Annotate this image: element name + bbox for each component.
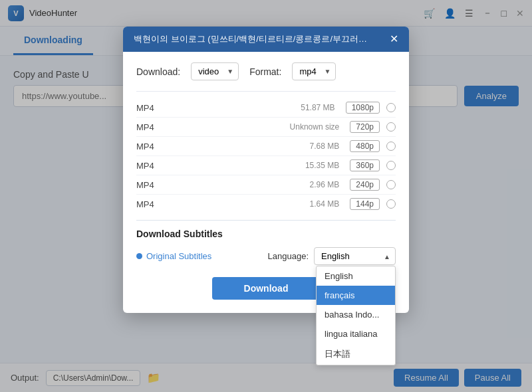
language-select[interactable]: English français bahasa Indo... lingua i… xyxy=(314,247,396,265)
lang-option-francais[interactable]: français xyxy=(317,286,395,305)
original-subtitles-label: Original Subtitles xyxy=(146,251,211,261)
format-radio[interactable] xyxy=(386,199,396,209)
format-type: MP4 xyxy=(136,199,173,209)
format-type: MP4 xyxy=(136,180,173,190)
lang-option-bahasa[interactable]: bahasa Indo... xyxy=(317,305,395,324)
table-row[interactable]: MP4 7.68 MB 480p xyxy=(136,137,396,156)
format-type: MP4 xyxy=(136,142,173,151)
download-type-select[interactable]: video audio xyxy=(191,62,239,80)
lang-option-italiana[interactable]: lingua italiana xyxy=(317,324,395,343)
format-select[interactable]: mp4 mkv xyxy=(292,62,336,80)
format-radio[interactable] xyxy=(386,161,396,170)
table-row[interactable]: MP4 15.35 MB 360p xyxy=(136,156,396,175)
download-button[interactable]: Download xyxy=(212,277,321,300)
format-resolution: 360p xyxy=(350,159,380,171)
language-label: Language: xyxy=(268,251,309,261)
format-resolution: 720p xyxy=(350,121,380,133)
subtitle-radio-dot xyxy=(136,253,142,259)
format-resolution: 1080p xyxy=(346,102,380,114)
format-size: 7.68 MB xyxy=(173,142,350,151)
format-label: Format: xyxy=(249,66,281,77)
format-type: MP4 xyxy=(136,161,173,171)
top-divider xyxy=(136,91,396,92)
download-format-row: Download: video audio ▼ Format: mp4 mkv … xyxy=(136,62,396,80)
format-resolution: 240p xyxy=(350,179,380,191)
subtitle-row: Original Subtitles Language: English fra… xyxy=(136,247,396,265)
table-row[interactable]: MP4 1.64 MB 144p xyxy=(136,195,396,213)
download-modal: 백현이의 브이로그 (믿쓰티/백현/티르티르/콩르콩르/부끄러움은나의... ✕… xyxy=(123,27,409,313)
original-subtitles-option[interactable]: Original Subtitles xyxy=(136,251,211,261)
download-label: Download: xyxy=(136,66,180,77)
format-size: Unknown size xyxy=(173,122,350,132)
language-select-wrapper: English français bahasa Indo... lingua i… xyxy=(314,247,396,265)
modal-body: Download: video audio ▼ Format: mp4 mkv … xyxy=(123,52,409,313)
subtitle-divider xyxy=(136,220,396,221)
modal-title: 백현이의 브이로그 (믿쓰티/백현/티르티르/콩르콩르/부끄러움은나의... xyxy=(134,33,373,45)
format-table: MP4 51.87 MB 1080p MP4 Unknown size 720p… xyxy=(136,98,396,213)
format-radio[interactable] xyxy=(386,122,396,132)
table-row[interactable]: MP4 51.87 MB 1080p xyxy=(136,98,396,118)
language-dropdown: English français bahasa Indo... lingua i… xyxy=(316,266,396,365)
format-radio[interactable] xyxy=(386,180,396,189)
lang-option-japanese[interactable]: 日本語 xyxy=(317,343,395,365)
subtitle-title: Download Subtitles xyxy=(136,229,396,239)
format-resolution: 144p xyxy=(350,198,380,210)
format-select-wrapper: mp4 mkv ▼ xyxy=(292,62,336,80)
table-row[interactable]: MP4 Unknown size 720p xyxy=(136,118,396,137)
subtitle-section: Download Subtitles Original Subtitles La… xyxy=(136,229,396,265)
format-size: 1.64 MB xyxy=(173,199,350,209)
download-type-select-wrapper: video audio ▼ xyxy=(191,62,239,80)
format-radio[interactable] xyxy=(386,142,396,151)
modal-close-button[interactable]: ✕ xyxy=(390,34,398,45)
format-size: 51.87 MB xyxy=(173,103,346,112)
format-type: MP4 xyxy=(136,122,173,132)
modal-header: 백현이의 브이로그 (믿쓰티/백현/티르티르/콩르콩르/부끄러움은나의... ✕ xyxy=(123,27,409,52)
format-type: MP4 xyxy=(136,103,173,113)
table-row[interactable]: MP4 2.96 MB 240p xyxy=(136,175,396,195)
format-resolution: 480p xyxy=(350,140,380,152)
format-radio[interactable] xyxy=(386,103,396,112)
format-size: 2.96 MB xyxy=(173,180,350,189)
language-row: Language: English français bahasa Indo..… xyxy=(268,247,396,265)
lang-option-english[interactable]: English xyxy=(317,266,395,286)
format-size: 15.35 MB xyxy=(173,161,350,170)
